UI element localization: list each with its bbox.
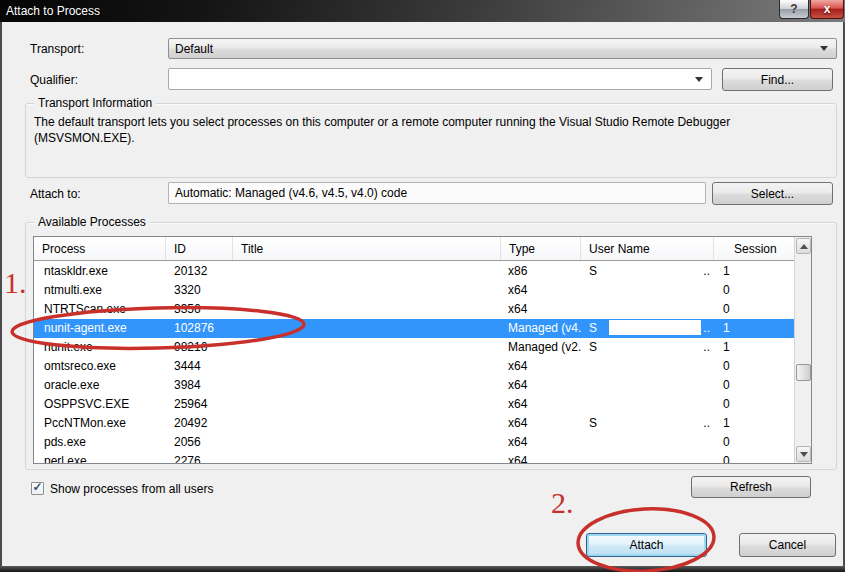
process-title-cell	[233, 338, 501, 357]
process-title-cell	[233, 319, 501, 338]
process-name-cell: omtsreco.exe	[34, 357, 166, 376]
column-header-type[interactable]: Type	[501, 237, 581, 260]
check-icon: ✓	[32, 482, 42, 493]
process-type-cell: x64	[501, 300, 581, 319]
help-button[interactable]: ?	[779, 0, 809, 19]
process-table-row[interactable]: omtsreco.exe 3444 x64 0	[34, 357, 795, 376]
qualifier-combobox[interactable]	[168, 68, 712, 90]
process-id-cell: 20492	[166, 414, 233, 433]
process-type-cell: x64	[501, 281, 581, 300]
column-header-id[interactable]: ID	[166, 237, 233, 260]
redaction-patch	[609, 320, 701, 335]
scroll-down-button[interactable]	[796, 446, 811, 462]
process-id-cell: 2056	[166, 433, 233, 452]
process-user-cell	[581, 395, 714, 414]
process-type-cell: x64	[501, 376, 581, 395]
close-button[interactable]: x	[810, 0, 844, 19]
find-button[interactable]: Find...	[722, 68, 833, 91]
process-table-row[interactable]: ntmulti.exe 3320 x64 0	[34, 281, 795, 300]
process-table-row[interactable]: nunit.exe 98216 Managed (v2.... S.. 1	[34, 338, 795, 357]
process-session-cell: 0	[714, 452, 795, 464]
refresh-button[interactable]: Refresh	[691, 476, 811, 498]
available-processes-title: Available Processes	[34, 215, 150, 229]
process-table-row[interactable]: pds.exe 2056 x64 0	[34, 433, 795, 452]
transport-label: Transport:	[30, 42, 84, 56]
process-session-cell: 0	[714, 300, 795, 319]
process-name-cell: PccNTMon.exe	[34, 414, 166, 433]
process-id-cell: 3444	[166, 357, 233, 376]
scroll-up-button[interactable]	[796, 238, 811, 254]
process-user-cell: S..	[581, 338, 714, 357]
process-table-row[interactable]: oracle.exe 3984 x64 0	[34, 376, 795, 395]
process-id-cell: 102876	[166, 319, 233, 338]
process-name-cell: perl.exe	[34, 452, 166, 464]
process-table-row[interactable]: PccNTMon.exe 20492 x64 S.. 1	[34, 414, 795, 433]
select-button[interactable]: Select...	[712, 182, 833, 205]
process-title-cell	[233, 414, 501, 433]
transport-info-title: Transport Information	[34, 96, 156, 110]
process-user-cell: S..	[581, 414, 714, 433]
process-title-cell	[233, 452, 501, 464]
process-name-cell: ntaskldr.exe	[34, 262, 166, 281]
process-title-cell	[233, 376, 501, 395]
column-header-title[interactable]: Title	[233, 237, 501, 260]
process-user-cell	[581, 452, 714, 464]
window-border-left	[0, 22, 2, 567]
process-title-cell	[233, 395, 501, 414]
process-table-row[interactable]: perl.exe 2276 x64 0	[34, 452, 795, 464]
process-type-cell: x64	[501, 414, 581, 433]
table-header: Process ID Title Type User Name Session	[34, 237, 795, 261]
process-session-cell: 0	[714, 433, 795, 452]
attach-to-label: Attach to:	[30, 187, 81, 201]
process-session-cell: 1	[714, 262, 795, 281]
attach-to-field[interactable]: Automatic: Managed (v4.6, v4.5, v4.0) co…	[168, 182, 706, 204]
process-id-cell: 3320	[166, 281, 233, 300]
process-rows: ntaskldr.exe 20132 x86 S.. 1 ntmulti.exe…	[34, 262, 795, 464]
help-icon: ?	[790, 2, 797, 16]
process-name-cell: ntmulti.exe	[34, 281, 166, 300]
process-session-cell: 0	[714, 376, 795, 395]
attach-button[interactable]: Attach	[586, 533, 707, 557]
close-icon: x	[824, 2, 831, 16]
vertical-scrollbar[interactable]	[794, 237, 811, 463]
process-table: Process ID Title Type User Name Session …	[33, 236, 812, 464]
column-header-session[interactable]: Session	[714, 237, 795, 260]
attach-to-value: Automatic: Managed (v4.6, v4.5, v4.0) co…	[169, 186, 407, 200]
process-table-row[interactable]: ntaskldr.exe 20132 x86 S.. 1	[34, 262, 795, 281]
process-name-cell: oracle.exe	[34, 376, 166, 395]
titlebar[interactable]: Attach to Process	[0, 0, 845, 22]
process-id-cell: 25964	[166, 395, 233, 414]
process-name-cell: OSPPSVC.EXE	[34, 395, 166, 414]
process-table-row[interactable]: nunit-agent.exe 102876 Managed (v4.... S…	[34, 319, 795, 338]
process-user-cell	[581, 433, 714, 452]
process-id-cell: 20132	[166, 262, 233, 281]
scrollbar-thumb[interactable]	[796, 364, 811, 381]
process-user-cell	[581, 281, 714, 300]
process-title-cell	[233, 262, 501, 281]
process-user-cell	[581, 357, 714, 376]
arrow-down-icon	[800, 452, 808, 457]
process-name-cell: nunit.exe	[34, 338, 166, 357]
show-all-users-checkbox[interactable]: ✓	[31, 482, 44, 495]
process-id-cell: 2276	[166, 452, 233, 464]
process-id-cell: 3356	[166, 300, 233, 319]
process-table-row[interactable]: OSPPSVC.EXE 25964 x64 0	[34, 395, 795, 414]
transport-value: Default	[169, 42, 820, 56]
process-id-cell: 3984	[166, 376, 233, 395]
annotation-step2-label: 2.	[551, 486, 574, 520]
column-header-username[interactable]: User Name	[581, 237, 714, 260]
process-type-cell: Managed (v2....	[501, 338, 581, 357]
process-user-cell	[581, 300, 714, 319]
process-type-cell: x86	[501, 262, 581, 281]
process-table-row[interactable]: NTRTScan.exe 3356 x64 0	[34, 300, 795, 319]
process-title-cell	[233, 357, 501, 376]
transport-info-group: Transport Information The default transp…	[25, 103, 837, 178]
process-title-cell	[233, 300, 501, 319]
attach-to-process-dialog: Attach to Process ? x Transport: Default…	[0, 0, 845, 572]
qualifier-label: Qualifier:	[30, 73, 78, 87]
cancel-button[interactable]: Cancel	[739, 533, 836, 557]
column-header-process[interactable]: Process	[34, 237, 166, 260]
process-session-cell: 0	[714, 357, 795, 376]
transport-dropdown[interactable]: Default	[168, 38, 837, 59]
process-id-cell: 98216	[166, 338, 233, 357]
